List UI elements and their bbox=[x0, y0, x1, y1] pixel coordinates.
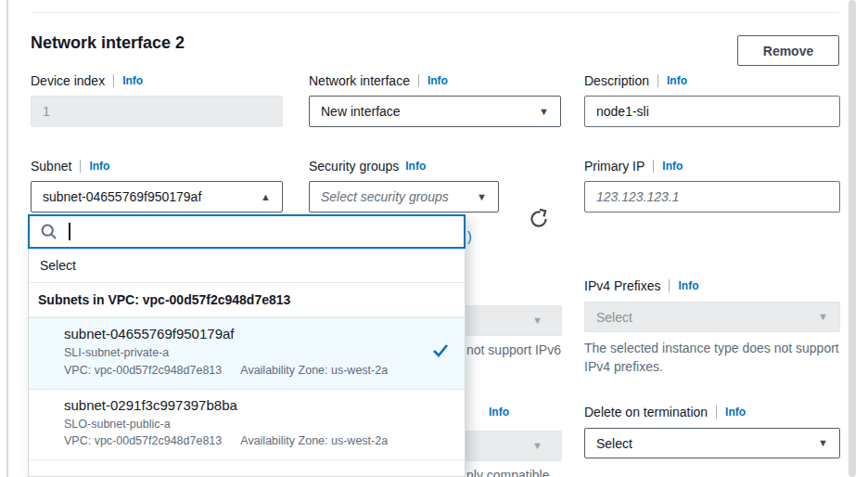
subnet-info-link[interactable]: Info bbox=[89, 160, 109, 173]
delete-on-termination-field: Delete on termination Info Select ▼ bbox=[584, 405, 840, 458]
chevron-up-icon: ▲ bbox=[261, 192, 271, 202]
label-divider bbox=[716, 406, 717, 419]
label-divider bbox=[113, 74, 114, 87]
text-cursor bbox=[69, 223, 70, 240]
security-groups-placeholder: Select security groups bbox=[321, 189, 449, 204]
ipv4-prefixes-field: IPv4 Prefixes Info Select ▼ The selected… bbox=[584, 278, 840, 376]
refresh-button[interactable] bbox=[527, 208, 551, 232]
chevron-down-icon: ▼ bbox=[539, 107, 549, 117]
dropdown-option-select[interactable]: Select bbox=[29, 249, 465, 283]
subnet-option-az: Availability Zone: us-west-2a bbox=[240, 432, 388, 450]
delete-on-termination-label: Delete on termination bbox=[584, 405, 708, 419]
delete-on-termination-value: Select bbox=[596, 436, 632, 451]
delete-on-termination-select[interactable]: Select ▼ bbox=[584, 428, 840, 458]
primary-ip-input[interactable] bbox=[596, 182, 828, 212]
subnet-dropdown-panel: Select Subnets in VPC: vpc-00d57f2c948d7… bbox=[28, 214, 466, 477]
network-interface-field: Network interface Info New interface ▼ bbox=[309, 73, 561, 127]
primary-ip-input-wrap bbox=[584, 181, 840, 213]
subnet-label: Subnet bbox=[31, 159, 71, 174]
ipv4-prefixes-info-link[interactable]: Info bbox=[678, 279, 698, 292]
ipv4-prefixes-helper: The selected instance type does not supp… bbox=[584, 339, 840, 376]
left-panel-divider bbox=[6, 0, 8, 477]
security-groups-select[interactable]: Select security groups ▼ bbox=[309, 181, 499, 213]
selected-check-icon bbox=[431, 342, 450, 363]
subnet-option-2[interactable]: subnet-0291f3c997397b8ba SLO-subnet-publ… bbox=[29, 390, 465, 461]
primary-ip-field: Primary IP Info bbox=[584, 159, 840, 213]
network-interface-label: Network interface bbox=[309, 73, 410, 88]
label-divider bbox=[669, 279, 670, 292]
ipv4-prefixes-select-disabled: Select ▼ bbox=[584, 302, 840, 332]
ipv4-prefixes-label: IPv4 Prefixes bbox=[584, 278, 660, 293]
hidden-field-info-link[interactable]: Info bbox=[489, 406, 509, 419]
subnet-option-name: SLO-subnet-public-a bbox=[64, 416, 453, 433]
label-divider bbox=[80, 160, 81, 173]
subnet-select[interactable]: subnet-04655769f950179af ▲ bbox=[31, 181, 283, 213]
device-index-info-link[interactable]: Info bbox=[122, 74, 143, 87]
subnet-option-id: subnet-04655769f950179af bbox=[64, 326, 453, 342]
label-divider bbox=[418, 74, 419, 87]
chevron-down-icon: ▼ bbox=[532, 441, 542, 451]
description-input-wrap bbox=[584, 96, 840, 127]
subnet-dropdown-list: Select Subnets in VPC: vpc-00d57f2c948d7… bbox=[28, 249, 466, 477]
network-interface-info-link[interactable]: Info bbox=[428, 74, 448, 87]
remove-button[interactable]: Remove bbox=[737, 35, 839, 66]
security-groups-info-link[interactable]: Info bbox=[405, 160, 426, 173]
security-groups-field: Security groups Info Select security gro… bbox=[309, 159, 499, 213]
search-icon bbox=[40, 223, 58, 241]
page-title: Network interface 2 bbox=[31, 33, 185, 53]
refresh-icon bbox=[528, 219, 550, 233]
primary-ip-info-link[interactable]: Info bbox=[662, 160, 683, 173]
chevron-down-icon: ▼ bbox=[818, 312, 828, 322]
subnet-option-name: SLI-subnet-private-a bbox=[64, 344, 453, 362]
security-groups-label: Security groups bbox=[309, 159, 399, 174]
network-interface-panel: Network interface 2 Remove Device index … bbox=[0, 0, 868, 477]
subnet-value: subnet-04655769f950179af bbox=[43, 189, 201, 204]
chevron-down-icon: ▼ bbox=[532, 316, 542, 326]
section-divider bbox=[31, 12, 839, 13]
network-interface-select[interactable]: New interface ▼ bbox=[309, 96, 561, 127]
device-index-label: Device index bbox=[31, 73, 105, 88]
subnet-option-1[interactable]: subnet-04655769f950179af SLI-subnet-priv… bbox=[29, 317, 465, 390]
primary-ip-label: Primary IP bbox=[584, 159, 645, 174]
description-info-link[interactable]: Info bbox=[667, 74, 687, 87]
subnet-option-vpc: VPC: vpc-00d57f2c948d7e813 bbox=[64, 432, 222, 450]
device-index-field: Device index Info 1 bbox=[31, 73, 283, 127]
subnet-field: Subnet Info subnet-04655769f950179af ▲ bbox=[31, 159, 283, 213]
subnet-option-vpc: VPC: vpc-00d57f2c948d7e813 bbox=[64, 362, 222, 380]
network-interface-value: New interface bbox=[321, 104, 401, 119]
vertical-scrollbar[interactable] bbox=[849, 0, 856, 477]
label-divider bbox=[653, 160, 654, 173]
subnet-option-az: Availability Zone: us-west-2a bbox=[240, 362, 388, 380]
chevron-down-icon: ▼ bbox=[818, 438, 828, 448]
description-input[interactable] bbox=[596, 97, 828, 126]
subnet-option-id: subnet-0291f3c997397b8ba bbox=[64, 397, 453, 413]
description-field: Description Info bbox=[584, 73, 840, 127]
chevron-down-icon: ▼ bbox=[477, 192, 487, 202]
label-divider bbox=[657, 74, 658, 87]
delete-on-termination-info-link[interactable]: Info bbox=[725, 406, 746, 419]
ipv6-helper-fragment: not support IPv6 bbox=[466, 342, 561, 358]
ipv4-prefixes-value: Select bbox=[596, 310, 632, 325]
subnet-search-box[interactable] bbox=[28, 214, 466, 249]
hidden-link-fragment: ) bbox=[467, 228, 472, 245]
dropdown-group-label: Subnets in VPC: vpc-00d57f2c948d7e813 bbox=[29, 283, 465, 317]
bottom-helper-fragment: nly compatible bbox=[466, 467, 550, 477]
device-index-input: 1 bbox=[31, 96, 283, 127]
description-label: Description bbox=[584, 73, 649, 88]
device-index-value: 1 bbox=[43, 104, 50, 119]
